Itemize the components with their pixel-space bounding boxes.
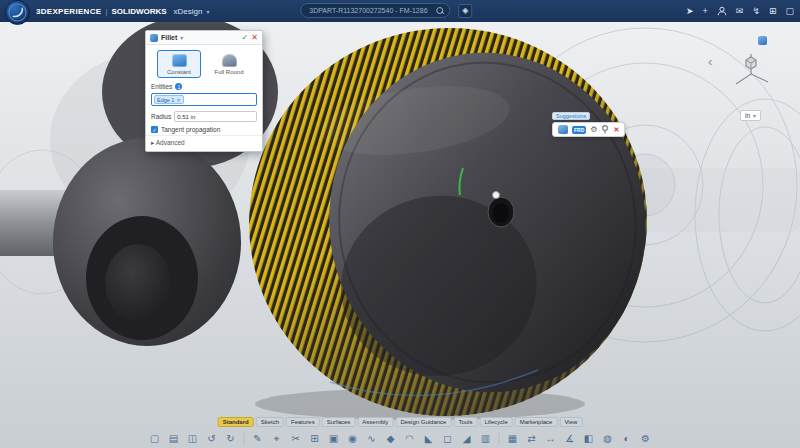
tab-lifecycle[interactable]: Lifecycle <box>479 417 512 427</box>
brand-separator: | <box>105 7 107 16</box>
fillet-dialog-header[interactable]: Fillet ▾ ✓ ✕ <box>146 31 262 45</box>
settings-icon[interactable]: ⚙ <box>637 430 655 447</box>
chevron-down-icon[interactable]: ▾ <box>180 34 183 41</box>
remove-edge-icon[interactable]: ✕ <box>176 97 180 103</box>
sweep-icon[interactable]: ∿ <box>363 430 381 447</box>
measure-icon[interactable]: ∡ <box>561 430 579 447</box>
fillet-dialog[interactable]: Fillet ▾ ✓ ✕ Constant Full Round Entitie… <box>145 30 263 152</box>
tab-tools[interactable]: Tools <box>453 417 477 427</box>
flash-icon[interactable]: ↯ <box>752 7 760 16</box>
pin-icon[interactable] <box>601 125 609 134</box>
display-style-icon[interactable]: ◍ <box>599 430 617 447</box>
tab-view[interactable]: View <box>559 417 582 427</box>
advanced-section-toggle[interactable]: ▸ Advanced <box>146 135 262 151</box>
suggestion-badge[interactable]: FRD <box>572 126 586 134</box>
tab-standard[interactable]: Standard <box>218 417 254 427</box>
appearance-icon[interactable]: ◐ <box>618 430 636 447</box>
new-part-icon[interactable]: ▢ <box>146 430 164 447</box>
radius-row: Radius <box>146 109 262 124</box>
search-icon[interactable] <box>436 7 444 15</box>
mirror-icon[interactable]: ⇄ <box>523 430 541 447</box>
entities-row: Entities 1 <box>146 81 262 92</box>
close-icon[interactable]: ✕ <box>613 126 619 134</box>
brand-3dexperience: 3DEXPERIENCE <box>36 7 101 16</box>
edge-selection-chip[interactable]: Edge 1 ✕ <box>154 95 184 104</box>
chamfer-icon[interactable]: ◣ <box>420 430 438 447</box>
add-icon[interactable]: + <box>703 7 708 16</box>
option-full-round[interactable]: Full Round <box>207 50 251 78</box>
confirm-icon[interactable]: ✓ <box>242 33 249 42</box>
option-constant-label: Constant <box>159 69 199 75</box>
option-full-round-label: Full Round <box>209 69 249 75</box>
undo-icon[interactable]: ↺ <box>203 430 221 447</box>
loft-icon[interactable]: ◆ <box>382 430 400 447</box>
close-icon[interactable]: ✕ <box>251 33 258 42</box>
view-settings-icon[interactable] <box>758 36 767 45</box>
3dexperience-compass-logo[interactable] <box>5 0 30 25</box>
gear-icon[interactable]: ⚙ <box>590 126 597 134</box>
save-icon[interactable]: ◫ <box>184 430 202 447</box>
convert-entities-icon[interactable]: ⊞ <box>306 430 324 447</box>
suggestions-label: Suggestions <box>552 112 590 120</box>
linear-pattern-icon[interactable]: ▦ <box>504 430 522 447</box>
app-switcher-label[interactable]: xDesign <box>174 7 203 16</box>
sketch-icon[interactable]: ✎ <box>249 430 267 447</box>
tag-button[interactable]: ◈ <box>458 4 472 18</box>
tangent-propagation-label: Tangent propagation <box>161 126 220 133</box>
xdesign-app: 3DEXPERIENCE | SOLIDWORKS xDesign ▾ ◈ ➤ … <box>0 0 800 448</box>
open-icon[interactable]: ▤ <box>165 430 183 447</box>
3d-viewport[interactable]: Fillet ▾ ✓ ✕ Constant Full Round Entitie… <box>0 22 800 448</box>
suggestion-feature-icon[interactable] <box>558 125 568 134</box>
tab-features[interactable]: Features <box>286 417 320 427</box>
collapse-panel-icon[interactable]: ‹ <box>708 54 712 69</box>
share-icon[interactable]: ➤ <box>686 7 694 16</box>
trim-icon[interactable]: ✂ <box>287 430 305 447</box>
chevron-down-icon: ▾ <box>753 112 756 119</box>
extrude-icon[interactable]: ▣ <box>325 430 343 447</box>
section-view-icon[interactable]: ◧ <box>580 430 598 447</box>
fillet-type-options: Constant Full Round <box>146 45 262 81</box>
toolbar-separator <box>244 432 245 445</box>
tab-design-guidance[interactable]: Design Guidance <box>395 417 451 427</box>
shell-icon[interactable]: ◻ <box>439 430 457 447</box>
full-round-fillet-icon <box>222 54 237 67</box>
option-constant[interactable]: Constant <box>157 50 201 78</box>
units-dropdown[interactable]: in ▾ <box>740 110 761 121</box>
advanced-label: Advanced <box>156 139 185 146</box>
tangent-propagation-row[interactable]: ✓ Tangent propagation <box>146 124 262 135</box>
radius-input[interactable] <box>174 111 257 122</box>
brand-solidworks: SOLIDWORKS <box>111 7 166 16</box>
fillet-icon[interactable]: ◠ <box>401 430 419 447</box>
search-input[interactable] <box>300 3 450 18</box>
user-icon[interactable] <box>717 6 727 16</box>
brand-text: 3DEXPERIENCE | SOLIDWORKS xDesign ▾ <box>36 7 210 16</box>
ribbon-tab-bar: Standard Sketch Features Surfaces Assemb… <box>218 417 583 427</box>
tab-surfaces[interactable]: Surfaces <box>322 417 356 427</box>
dialog-title: Fillet <box>161 34 177 41</box>
orientation-triad[interactable] <box>728 44 774 96</box>
revolve-icon[interactable]: ◉ <box>344 430 362 447</box>
smart-dimension-icon[interactable]: ⌖ <box>268 430 286 447</box>
entities-label: Entities <box>151 83 172 90</box>
edge-selection-field[interactable]: Edge 1 ✕ <box>151 93 257 106</box>
entities-count-badge: 1 <box>175 83 182 90</box>
suggestions-bar: FRD ⚙ ✕ <box>552 122 625 137</box>
manipulator-point[interactable] <box>493 192 500 199</box>
tab-sketch[interactable]: Sketch <box>256 417 284 427</box>
redo-icon[interactable]: ↻ <box>222 430 240 447</box>
action-toolbar: ▢ ▤ ◫ ↺ ↻ ✎ ⌖ ✂ ⊞ ▣ ◉ ∿ ◆ ◠ ◣ ◻ ◢ ▥ ▦ ⇄ … <box>146 430 655 447</box>
tab-marketplace[interactable]: Marketplace <box>515 417 558 427</box>
draft-icon[interactable]: ◢ <box>458 430 476 447</box>
rib-icon[interactable]: ▥ <box>477 430 495 447</box>
bolt-hole[interactable] <box>488 197 514 227</box>
hub-disc[interactable] <box>53 138 241 346</box>
chat-icon[interactable]: ✉ <box>736 7 744 16</box>
3d-scene[interactable] <box>0 22 800 448</box>
panel-icon[interactable]: ▢ <box>785 7 794 16</box>
tab-assembly[interactable]: Assembly <box>357 417 393 427</box>
chevron-down-icon[interactable]: ▾ <box>207 8 210 15</box>
move-icon[interactable]: ↔ <box>542 430 560 447</box>
tangent-propagation-checkbox[interactable]: ✓ <box>151 126 158 133</box>
apps-grid-icon[interactable]: ⊞ <box>769 7 777 16</box>
top-bar: 3DEXPERIENCE | SOLIDWORKS xDesign ▾ ◈ ➤ … <box>0 0 800 22</box>
